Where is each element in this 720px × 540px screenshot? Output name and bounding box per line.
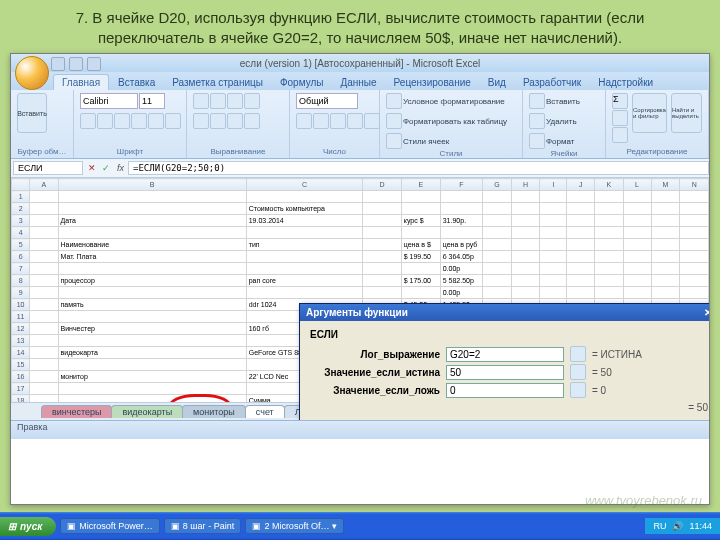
sheet-tab[interactable]: видеокарты [111, 405, 183, 418]
align-center-button[interactable] [210, 113, 226, 129]
function-name: ЕСЛИ [310, 329, 708, 340]
arg-input[interactable] [446, 365, 564, 380]
format-as-table-button[interactable]: Форматировать как таблицу [386, 113, 507, 129]
tab-data[interactable]: Данные [332, 75, 384, 90]
clock: 11:44 [689, 521, 712, 531]
fx-button[interactable]: fx [113, 163, 128, 173]
tab-view[interactable]: Вид [480, 75, 514, 90]
label: Стили ячеек [403, 137, 449, 146]
status-bar: Правка [11, 420, 709, 439]
excel-window: если (version 1) [Автосохраненный] - Mic… [10, 53, 710, 505]
ribbon-group-cells: Вставить Удалить Формат Ячейки [523, 90, 606, 158]
label: Удалить [546, 117, 577, 126]
tab-pagelayout[interactable]: Разметка страницы [164, 75, 271, 90]
tab-insert[interactable]: Вставка [110, 75, 163, 90]
find-select-button[interactable]: Найти и выделить [671, 93, 702, 133]
cell-styles-icon [386, 133, 402, 149]
taskbar-item[interactable]: ▣8 шаг - Paint [164, 518, 242, 534]
start-button[interactable]: ⊞пуск [0, 517, 56, 536]
align-top-button[interactable] [193, 93, 209, 109]
format-cells-button[interactable]: Формат [529, 133, 574, 149]
quick-access-toolbar [51, 57, 101, 71]
currency-button[interactable] [296, 113, 312, 129]
cell-styles-button[interactable]: Стили ячеек [386, 133, 449, 149]
collapse-icon[interactable] [570, 364, 586, 380]
group-label: Стили [386, 149, 516, 158]
cond-format-icon [386, 93, 402, 109]
dialog-title: Аргументы функции [306, 307, 408, 318]
label: Форматировать как таблицу [403, 117, 507, 126]
name-box[interactable]: ЕСЛИ [13, 161, 83, 175]
paste-button[interactable]: Вставить [17, 93, 47, 133]
taskbar-item[interactable]: ▣2 Microsoft Of…▾ [245, 518, 344, 534]
tab-formulas[interactable]: Формулы [272, 75, 332, 90]
group-label: Выравнивание [193, 147, 283, 156]
qat-save-icon[interactable] [51, 57, 65, 71]
align-right-button[interactable] [227, 113, 243, 129]
title-bar: если (version 1) [Автосохраненный] - Mic… [11, 54, 709, 72]
ribbon-tabs: Главная Вставка Разметка страницы Формул… [11, 72, 709, 90]
border-button[interactable] [131, 113, 147, 129]
tray-icon[interactable]: 🔊 [672, 521, 683, 531]
sheet-tab-active[interactable]: счет [245, 405, 285, 418]
delete-icon [529, 113, 545, 129]
ribbon-group-alignment: Выравнивание [187, 90, 290, 158]
ribbon-group-number: Число [290, 90, 380, 158]
fill-color-button[interactable] [148, 113, 164, 129]
sheet-tab[interactable]: винчестеры [41, 405, 112, 418]
italic-button[interactable] [97, 113, 113, 129]
cond-format-button[interactable]: Условное форматирование [386, 93, 505, 109]
cancel-formula-icon[interactable]: ✕ [85, 163, 99, 173]
format-icon [529, 133, 545, 149]
bold-button[interactable] [80, 113, 96, 129]
comma-button[interactable] [330, 113, 346, 129]
delete-cells-button[interactable]: Удалить [529, 113, 577, 129]
app-icon: ▣ [67, 521, 76, 531]
group-label: Число [296, 147, 373, 156]
group-label: Ячейки [529, 149, 599, 158]
align-left-button[interactable] [193, 113, 209, 129]
number-format-input[interactable] [296, 93, 358, 109]
worksheet-area[interactable]: ABCDEFGHIJKLMN12Стоимость компьютера3Дат… [11, 178, 709, 420]
arg-input[interactable] [446, 383, 564, 398]
qat-redo-icon[interactable] [87, 57, 101, 71]
sort-filter-button[interactable]: Сортировка и фильтр [632, 93, 667, 133]
tab-addins[interactable]: Надстройки [590, 75, 661, 90]
dialog-titlebar[interactable]: Аргументы функции ✕ [300, 304, 709, 321]
inc-dec-button[interactable] [347, 113, 363, 129]
font-color-button[interactable] [165, 113, 181, 129]
arg-input[interactable] [446, 347, 564, 362]
tab-home[interactable]: Главная [53, 74, 109, 90]
font-name-input[interactable] [80, 93, 138, 109]
taskbar-item[interactable]: ▣Microsoft Power… [60, 518, 160, 534]
function-arguments-dialog: Аргументы функции ✕ ЕСЛИ Лог_выражение= … [299, 303, 709, 420]
merge-button[interactable] [244, 113, 260, 129]
sheet-tab[interactable]: мониторы [182, 405, 246, 418]
lang-indicator[interactable]: RU [653, 521, 666, 531]
wrap-button[interactable] [244, 93, 260, 109]
dialog-close-icon[interactable]: ✕ [704, 307, 709, 318]
clear-button[interactable] [612, 127, 628, 143]
insert-cells-button[interactable]: Вставить [529, 93, 580, 109]
fill-button[interactable] [612, 110, 628, 126]
underline-button[interactable] [114, 113, 130, 129]
font-size-input[interactable] [139, 93, 165, 109]
tab-review[interactable]: Рецензирование [386, 75, 479, 90]
percent-button[interactable] [313, 113, 329, 129]
office-button[interactable] [15, 56, 49, 90]
qat-undo-icon[interactable] [69, 57, 83, 71]
window-title: если (version 1) [Автосохраненный] - Mic… [17, 58, 703, 69]
app-icon: ▣ [171, 521, 180, 531]
sum-button[interactable]: Σ [612, 93, 628, 109]
enter-formula-icon[interactable]: ✓ [99, 163, 113, 173]
align-bottom-button[interactable] [227, 93, 243, 109]
dec-dec-button[interactable] [364, 113, 380, 129]
tab-developer[interactable]: Разработчик [515, 75, 589, 90]
align-middle-button[interactable] [210, 93, 226, 109]
formula-input[interactable]: =ЕСЛИ(G20=2;50;0) [128, 161, 709, 175]
collapse-icon[interactable] [570, 382, 586, 398]
collapse-icon[interactable] [570, 346, 586, 362]
system-tray[interactable]: RU🔊11:44 [645, 518, 720, 534]
group-label: Буфер обм… [17, 147, 67, 156]
formula-bar: ЕСЛИ ✕ ✓ fx =ЕСЛИ(G20=2;50;0) [11, 159, 709, 178]
